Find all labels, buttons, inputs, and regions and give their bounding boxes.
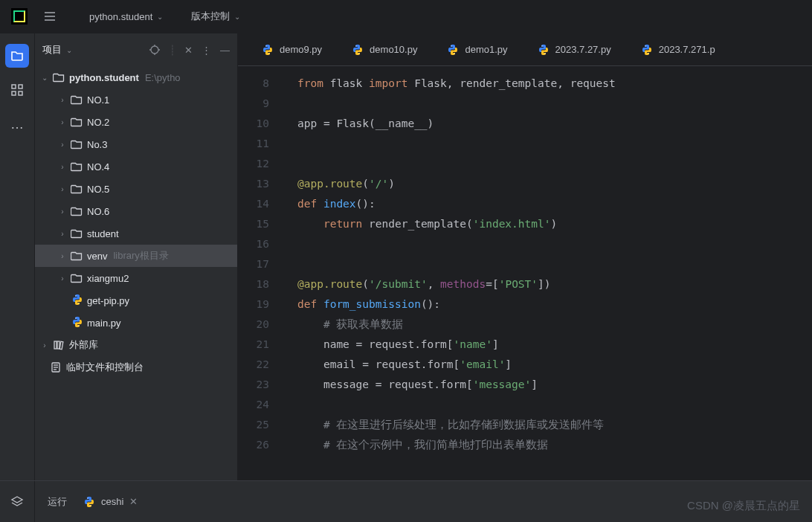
watermark-text: CSDN @凌晨五点的星: [687, 499, 800, 513]
project-tool-button[interactable]: [5, 44, 29, 68]
run-config-name: ceshi: [101, 496, 123, 507]
main-menu-icon[interactable]: [39, 5, 61, 28]
chevron-right-icon[interactable]: ›: [57, 118, 68, 126]
folder-icon: [71, 138, 84, 150]
code-line[interactable]: from flask import Flask, render_template…: [297, 74, 616, 94]
chevron-right-icon[interactable]: ›: [57, 274, 68, 283]
panel-header: 项目 ⌄ ┊ ✕ ⋮ —: [35, 33, 237, 66]
code-line[interactable]: [297, 94, 616, 114]
minimize-icon[interactable]: —: [220, 45, 230, 56]
tree-item[interactable]: main.py: [35, 312, 237, 334]
tree-item-label: NO.4: [87, 161, 109, 173]
svg-point-33: [87, 497, 88, 498]
python-icon: [262, 44, 274, 56]
svg-point-13: [78, 303, 79, 303]
chevron-right-icon[interactable]: ›: [57, 163, 68, 171]
code-line[interactable]: # 获取表单数据: [297, 315, 616, 335]
code-line[interactable]: def index():: [297, 194, 616, 214]
layers-tool-button[interactable]: [5, 490, 29, 514]
chevron-down-icon: ⌄: [157, 13, 163, 21]
tree-item-label: venv: [87, 251, 107, 262]
structure-tool-button[interactable]: [5, 78, 29, 102]
chevron-right-icon[interactable]: ›: [57, 96, 68, 104]
code-line[interactable]: [297, 234, 616, 254]
chevron-right-icon[interactable]: ›: [57, 252, 68, 260]
tree-item[interactable]: ›venvlibrary根目录: [35, 245, 237, 267]
tree-item[interactable]: ›NO.4: [35, 155, 237, 178]
tree-item[interactable]: ›NO.1: [35, 88, 237, 111]
tree-item[interactable]: ›NO.5: [35, 178, 237, 200]
chevron-right-icon[interactable]: ›: [57, 185, 68, 193]
tab-label: demo1.py: [465, 44, 507, 55]
run-tool-label[interactable]: 运行: [48, 495, 67, 509]
line-number: 17: [238, 254, 269, 274]
chevron-right-icon[interactable]: ›: [57, 230, 68, 238]
chevron-right-icon[interactable]: ›: [57, 207, 68, 216]
line-number: 15: [238, 214, 269, 234]
line-number: 21: [238, 335, 269, 355]
code-line[interactable]: email = request.form['email']: [297, 355, 616, 375]
vcs-menu[interactable]: 版本控制 ⌄: [184, 5, 248, 28]
code-line[interactable]: @app.route('/'): [297, 174, 616, 194]
editor-tabs: demo9.pydemo10.pydemo1.py2023.7.27.py202…: [238, 33, 812, 66]
editor-tab[interactable]: 2023.7.27.py: [523, 33, 626, 66]
code-line[interactable]: [297, 254, 616, 274]
more-tool-button[interactable]: …: [5, 112, 29, 136]
chevron-right-icon[interactable]: ›: [57, 141, 68, 149]
editor-tab[interactable]: demo9.py: [247, 33, 337, 66]
close-icon[interactable]: ✕: [184, 45, 193, 56]
tree-item[interactable]: ›No.3: [35, 133, 237, 155]
line-number: 16: [238, 234, 269, 254]
chevron-right-icon[interactable]: ›: [39, 341, 50, 349]
svg-point-27: [451, 45, 452, 46]
python-icon: [538, 44, 550, 56]
code-line[interactable]: def form_submission():: [297, 294, 616, 315]
tree-item-label: NO.5: [87, 184, 109, 195]
close-icon[interactable]: ✕: [129, 496, 138, 507]
scratches[interactable]: 临时文件和控制台: [35, 356, 237, 378]
code-content[interactable]: from flask import Flask, render_template…: [283, 66, 616, 480]
code-line[interactable]: name = request.form['name']: [297, 335, 616, 355]
chevron-down-icon[interactable]: ⌄: [39, 74, 50, 82]
editor-tab[interactable]: 2023.7.271.p: [626, 33, 730, 66]
external-libraries[interactable]: ›外部库: [35, 334, 237, 356]
tree-item[interactable]: ›NO.6: [35, 200, 237, 222]
project-name: python.student: [89, 11, 152, 22]
editor-tab[interactable]: demo10.py: [337, 33, 432, 66]
folder-icon: [71, 250, 84, 262]
code-line[interactable]: [297, 134, 616, 154]
folder-icon: [71, 205, 84, 217]
more-icon[interactable]: ⋮: [202, 45, 211, 56]
editor-area: demo9.pydemo10.pydemo1.py2023.7.27.py202…: [238, 33, 812, 480]
run-config-tab[interactable]: ceshi ✕: [76, 492, 145, 512]
svg-point-26: [358, 53, 359, 54]
line-number: 8: [238, 74, 269, 94]
code-line[interactable]: # 在这里进行后续处理，比如存储到数据库或发送邮件等: [297, 415, 616, 435]
panel-title: 项目: [42, 43, 62, 57]
code-line[interactable]: # 在这个示例中，我们简单地打印出表单数据: [297, 435, 616, 455]
code-line[interactable]: app = Flask(__name__): [297, 114, 616, 134]
tree-item[interactable]: get-pip.py: [35, 289, 237, 312]
project-tree[interactable]: ⌄python.studentE:\pytho›NO.1›NO.2›No.3›N…: [35, 66, 237, 480]
folder-icon: [71, 94, 84, 106]
code-line[interactable]: @app.route('/submit', methods=['POST']): [297, 274, 616, 294]
code-line[interactable]: message = request.form['message']: [297, 375, 616, 395]
folder-icon: [71, 116, 84, 128]
python-icon: [71, 316, 84, 330]
code-line[interactable]: [297, 154, 616, 174]
code-line[interactable]: [297, 395, 616, 415]
svg-rect-18: [59, 341, 63, 349]
tree-item[interactable]: ›student: [35, 222, 237, 245]
editor-tab[interactable]: demo1.py: [432, 33, 522, 66]
python-icon: [71, 294, 84, 308]
panel-title-selector[interactable]: 项目 ⌄: [42, 43, 72, 57]
tree-root[interactable]: ⌄python.studentE:\pytho: [35, 66, 237, 88]
project-selector[interactable]: python.student ⌄: [82, 7, 170, 27]
code-editor[interactable]: 891011121314151617181920212223242526 fro…: [238, 66, 812, 480]
tree-item[interactable]: ›NO.2: [35, 111, 237, 133]
tree-item[interactable]: ›xiangmu2: [35, 267, 237, 289]
code-line[interactable]: return render_template('index.html'): [297, 214, 616, 234]
svg-point-12: [75, 295, 76, 296]
line-number: 12: [238, 154, 269, 174]
locate-icon[interactable]: [149, 44, 161, 56]
